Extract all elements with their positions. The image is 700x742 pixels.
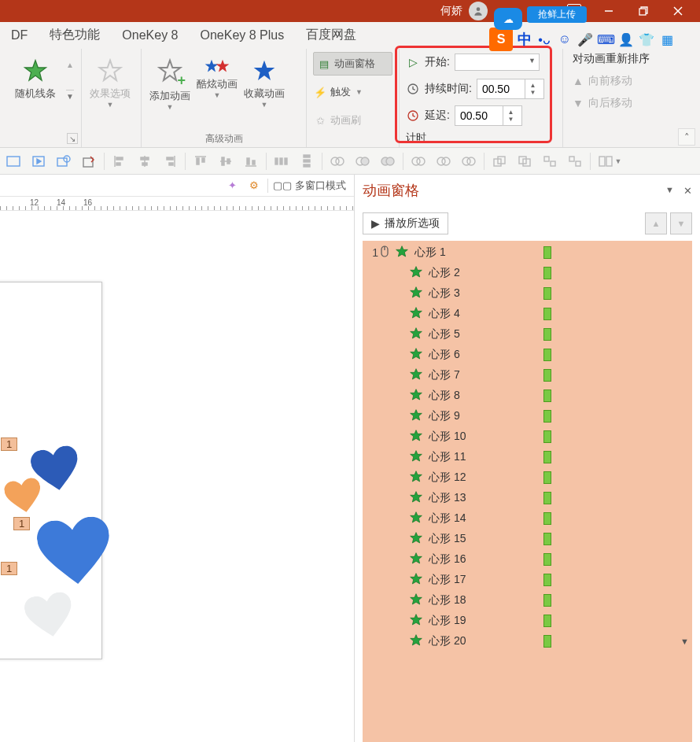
animation-item[interactable]: 心形 2	[363, 263, 692, 283]
multi-window-button[interactable]: ▢▢ 多窗口模式	[273, 179, 346, 193]
animation-item[interactable]: 心形 10	[363, 426, 692, 447]
move-up-button[interactable]: ▲	[645, 212, 667, 234]
animation-pane-toggle[interactable]: ▤ 动画窗格	[313, 52, 392, 76]
selection-pane-icon[interactable]: ▼	[594, 150, 625, 172]
animation-item[interactable]: 心形 8	[363, 386, 692, 406]
ime-smile-icon[interactable]: ☺	[557, 31, 573, 47]
timing-bar[interactable]	[543, 471, 551, 484]
animation-item[interactable]: 心形 6	[363, 345, 692, 365]
ime-cn-indicator[interactable]: 中	[518, 30, 532, 49]
animation-item[interactable]: 心形 12	[363, 467, 692, 488]
random-lines-button[interactable]: 随机线条	[5, 52, 66, 101]
animation-item[interactable]: 心形 4	[363, 304, 692, 324]
ime-punct-icon[interactable]: •ᴗ	[536, 31, 552, 47]
restore-button[interactable]	[626, 0, 661, 22]
animation-item[interactable]: 心形 16	[363, 549, 692, 570]
anim-badge[interactable]: 1	[13, 517, 30, 530]
animation-item[interactable]: 1心形 1	[363, 242, 692, 263]
group-objects-icon[interactable]	[538, 150, 562, 172]
pane-close-icon[interactable]: ✕	[683, 185, 692, 197]
timing-bar[interactable]	[543, 512, 551, 525]
animation-item[interactable]: 心形 5	[363, 324, 692, 345]
spin-up-icon[interactable]: ▲	[507, 109, 514, 116]
timing-bar[interactable]	[543, 635, 551, 648]
tool-play-icon[interactable]	[27, 150, 50, 172]
animation-item[interactable]: 心形 18	[363, 590, 692, 611]
timing-bar[interactable]	[543, 451, 551, 463]
ime-keyboard-icon[interactable]: ⌨	[598, 31, 613, 47]
tab-onekey8[interactable]: OneKey 8	[111, 22, 189, 48]
bring-forward-icon[interactable]	[488, 150, 511, 172]
align-center-h-icon[interactable]	[133, 150, 157, 172]
gear-icon[interactable]: ⚙	[245, 177, 263, 194]
cool-animation-button[interactable]: 酷炫动画 ▼	[193, 52, 241, 111]
shape-merge2-icon[interactable]	[351, 150, 374, 172]
trigger-button[interactable]: ⚡ 触发 ▼	[313, 80, 392, 104]
spin-down-icon[interactable]: ▼	[507, 116, 514, 123]
animation-item[interactable]: 心形 17	[363, 570, 692, 590]
close-button[interactable]	[661, 0, 695, 22]
distribute-h-icon[interactable]	[270, 150, 293, 172]
slide[interactable]: 1 1 1	[0, 282, 102, 659]
user-avatar-icon[interactable]	[469, 2, 488, 20]
magic-icon[interactable]: ✦	[223, 177, 241, 194]
ime-skin-icon[interactable]: 👕	[639, 31, 654, 47]
delay-input[interactable]	[455, 109, 503, 122]
anim-badge[interactable]: 1	[1, 437, 17, 451]
timing-bar[interactable]	[543, 246, 551, 259]
animation-item[interactable]: 心形 13	[363, 488, 692, 508]
animation-item[interactable]: 心形 14	[363, 508, 692, 529]
play-selected-button[interactable]: ▶ 播放所选项	[363, 212, 448, 234]
add-animation-button[interactable]: + 添加动画 ▼	[146, 52, 193, 111]
gallery-more-icon[interactable]: ▼	[66, 90, 74, 101]
pane-menu-icon[interactable]: ▼	[665, 185, 674, 197]
ungroup-objects-icon[interactable]	[563, 150, 587, 172]
timing-bar[interactable]	[543, 389, 551, 402]
timing-bar[interactable]	[543, 553, 551, 566]
dialog-launcher-icon[interactable]: ↘	[67, 133, 78, 144]
distribute-v-icon[interactable]	[295, 150, 319, 172]
align-bottom-icon[interactable]	[239, 150, 263, 172]
timing-bar[interactable]	[543, 615, 551, 627]
ime-mic-icon[interactable]: 🎤	[577, 31, 593, 47]
tab-df[interactable]: DF	[0, 22, 39, 48]
animation-item[interactable]: 心形 15	[363, 529, 692, 549]
animation-item[interactable]: 心形 9	[363, 406, 692, 426]
move-down-button[interactable]: ▼	[670, 212, 692, 234]
timing-bar[interactable]	[543, 410, 551, 423]
tool-group-icon[interactable]	[52, 150, 76, 172]
heart-shape[interactable]	[35, 515, 114, 589]
item-menu-caret-icon[interactable]: ▼	[680, 637, 689, 646]
shape-subtract-icon[interactable]	[432, 150, 455, 172]
slide-canvas[interactable]: 1 1 1	[0, 211, 354, 742]
align-left-icon[interactable]	[108, 150, 131, 172]
animation-item[interactable]: 心形 19	[363, 611, 692, 631]
timing-bar[interactable]	[543, 574, 551, 586]
timing-bar[interactable]	[543, 533, 551, 545]
timing-bar[interactable]	[543, 430, 551, 443]
animation-item[interactable]: 心形 20▼	[363, 631, 692, 652]
animation-item[interactable]: 心形 3	[363, 283, 692, 304]
timing-bar[interactable]	[543, 369, 551, 382]
anim-badge[interactable]: 1	[1, 562, 17, 575]
align-right-icon[interactable]	[158, 150, 182, 172]
ime-grid-icon[interactable]: ▦	[659, 31, 675, 47]
heart-shape[interactable]	[23, 590, 77, 642]
animation-item[interactable]: 心形 7	[363, 365, 692, 386]
spin-up-icon[interactable]: ▲	[529, 82, 536, 89]
timing-bar[interactable]	[543, 287, 551, 300]
timing-bar[interactable]	[543, 267, 551, 279]
timing-bar[interactable]	[543, 594, 551, 607]
shape-union-icon[interactable]	[457, 150, 481, 172]
shape-merge1-icon[interactable]	[326, 150, 349, 172]
favorite-animation-button[interactable]: 收藏动画 ▼	[241, 52, 288, 111]
heart-shape[interactable]	[3, 476, 45, 516]
tab-onekey8plus[interactable]: OneKey 8 Plus	[189, 22, 295, 48]
animation-list[interactable]: 1心形 1心形 2心形 3心形 4心形 5心形 6心形 7心形 8心形 9心形 …	[355, 241, 700, 742]
align-top-icon[interactable]	[189, 150, 212, 172]
tab-special[interactable]: 特色功能	[39, 22, 111, 48]
duration-spinner[interactable]: ▲▼	[477, 79, 544, 99]
collapse-ribbon-button[interactable]: ˄	[678, 128, 695, 146]
tool-rect-icon[interactable]	[2, 150, 25, 172]
spin-down-icon[interactable]: ▼	[529, 89, 536, 96]
